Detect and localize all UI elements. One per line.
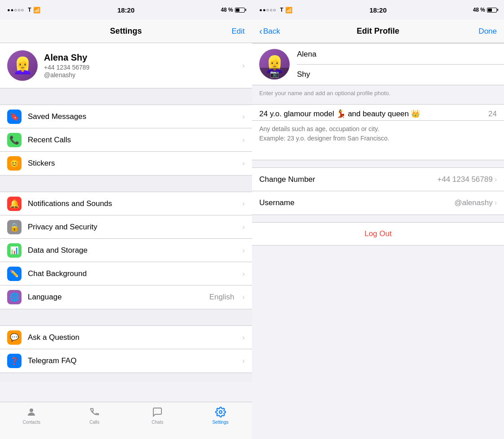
saved-messages-item[interactable]: 🔖 Saved Messages › (0, 105, 252, 128)
ask-question-label: Ask a Question (28, 333, 236, 342)
logout-section[interactable]: Log Out (252, 222, 504, 246)
privacy-label: Privacy and Security (28, 223, 236, 232)
contact-info-section: Change Number +44 1234 56789 › Username … (252, 167, 504, 215)
bottom-space-left (0, 373, 252, 382)
left-status-right: 48 % (221, 7, 244, 13)
tab-contacts[interactable]: Contacts (0, 406, 63, 425)
data-storage-item[interactable]: 📊 Data and Storage › (0, 239, 252, 262)
notifications-label: Notifications and Sounds (28, 199, 236, 208)
battery-pct-left: 48 % (221, 7, 233, 13)
camera-overlay: 📷 (259, 68, 290, 79)
name-fields (297, 44, 504, 85)
right-status-left: ●●○○○ T 📶 (259, 7, 292, 13)
section-gap-3 (0, 309, 252, 325)
photo-name-section: 👱‍♀️ 📷 (252, 43, 504, 85)
logout-button[interactable]: Log Out (365, 229, 392, 238)
ask-question-item[interactable]: 💬 Ask a Question › (0, 326, 252, 349)
change-number-value: +44 1234 56789 (437, 175, 492, 184)
back-label: Back (263, 27, 280, 36)
chat-background-item[interactable]: ✏️ Chat Background › (0, 262, 252, 285)
section-gap-2 (0, 176, 252, 192)
stickers-label: Stickers (28, 159, 236, 168)
right-nav-title: Edit Profile (357, 26, 400, 36)
recent-calls-item[interactable]: 📞 Recent Calls › (0, 128, 252, 152)
bio-header: 24 y.o. glamour model 💃 and beauty queen… (252, 105, 504, 121)
left-time: 18:20 (117, 6, 135, 14)
profile-chevron: › (242, 61, 244, 70)
change-number-chevron: › (495, 176, 497, 184)
done-button[interactable]: Done (470, 27, 497, 36)
username-value: @alenashy (454, 198, 492, 207)
svg-point-0 (30, 408, 33, 412)
privacy-chevron: › (242, 223, 244, 231)
tab-settings[interactable]: Settings (189, 406, 252, 425)
camera-icon: 📷 (270, 70, 279, 78)
language-icon: 🌐 (7, 290, 22, 304)
left-nav-bar: Settings Edit (0, 20, 252, 43)
stickers-chevron: › (242, 159, 244, 167)
language-value: English (209, 293, 235, 302)
recent-calls-label: Recent Calls (28, 136, 236, 145)
settings-tab-icon (214, 406, 227, 418)
username-label: Username (259, 198, 454, 207)
right-time: 18:20 (369, 6, 387, 14)
notif-chevron: › (242, 200, 244, 208)
language-item[interactable]: 🌐 Language English › (0, 285, 252, 309)
telegram-faq-item[interactable]: ❓ Telegram FAQ › (0, 349, 252, 373)
ask-chevron: › (242, 334, 244, 342)
right-battery-pct: 48 % (473, 7, 485, 13)
menu-group-1: 🔖 Saved Messages › 📞 Recent Calls › 😊 St… (0, 105, 252, 176)
settings-tab-label: Settings (212, 420, 228, 425)
tab-chats[interactable]: Chats (126, 406, 189, 425)
right-carrier: T (280, 7, 283, 13)
left-nav-title: Settings (110, 26, 142, 36)
chat-background-icon: ✏️ (7, 267, 22, 281)
chat-background-label: Chat Background (28, 269, 236, 278)
bio-section: 24 y.o. glamour model 💃 and beauty queen… (252, 104, 504, 160)
left-panel: ●●○○○ T 📶 18:20 48 % Settings Edit 👱‍♀️ … (0, 0, 252, 439)
data-storage-label: Data and Storage (28, 246, 236, 255)
language-label: Language (28, 293, 203, 302)
privacy-icon: 🔒 (7, 220, 22, 234)
bio-textarea[interactable] (259, 124, 497, 153)
profile-name: Alena Shy (44, 53, 236, 63)
back-button[interactable]: ‹ Back (259, 26, 295, 36)
menu-group-2: 🔔 Notifications and Sounds › 🔒 Privacy a… (0, 192, 252, 309)
data-chevron: › (242, 246, 244, 255)
avatar-emoji: 👱‍♀️ (13, 56, 33, 75)
privacy-item[interactable]: 🔒 Privacy and Security › (0, 215, 252, 239)
left-status-left: ●●○○○ T 📶 (7, 7, 40, 13)
last-name-input[interactable] (297, 70, 392, 79)
tab-bar: Contacts Calls Chats Settings (0, 402, 252, 439)
profile-phone: +44 1234 56789 (44, 64, 236, 71)
change-number-row[interactable]: Change Number +44 1234 56789 › (252, 168, 504, 191)
right-status-bar: ●●○○○ T 📶 18:20 48 % (252, 0, 504, 20)
notifications-item[interactable]: 🔔 Notifications and Sounds › (0, 192, 252, 215)
chats-tab-label: Chats (152, 420, 163, 425)
right-status-right: 48 % (473, 7, 497, 13)
svg-point-1 (219, 411, 222, 413)
calls-tab-icon (88, 406, 101, 418)
edit-avatar-section: 👱‍♀️ 📷 (252, 44, 297, 85)
username-row[interactable]: Username @alenashy › (252, 191, 504, 215)
right-battery-icon (487, 8, 497, 13)
battery-icon-left (235, 8, 245, 13)
carrier-label: T (28, 7, 31, 13)
calls-tab-label: Calls (90, 420, 100, 425)
edit-button[interactable]: Edit (218, 27, 245, 36)
telegram-faq-label: Telegram FAQ (28, 356, 236, 365)
right-wifi-icon: 📶 (285, 7, 292, 13)
profile-row[interactable]: 👱‍♀️ Alena Shy +44 1234 56789 @alenashy … (0, 43, 252, 88)
tab-calls[interactable]: Calls (63, 406, 126, 425)
lang-chevron: › (242, 293, 244, 301)
section-gap-1 (0, 88, 252, 105)
helper-text: Enter your name and add an optional prof… (259, 90, 391, 97)
stickers-item[interactable]: 😊 Stickers › (0, 152, 252, 175)
username-chevron: › (495, 199, 497, 207)
edit-avatar[interactable]: 👱‍♀️ 📷 (259, 49, 290, 79)
profile-info: Alena Shy +44 1234 56789 @alenashy (44, 53, 236, 79)
saved-messages-icon: 🔖 (7, 110, 22, 124)
right-bottom-fill (252, 246, 504, 335)
saved-messages-label: Saved Messages (28, 112, 236, 121)
first-name-input[interactable] (297, 50, 392, 59)
